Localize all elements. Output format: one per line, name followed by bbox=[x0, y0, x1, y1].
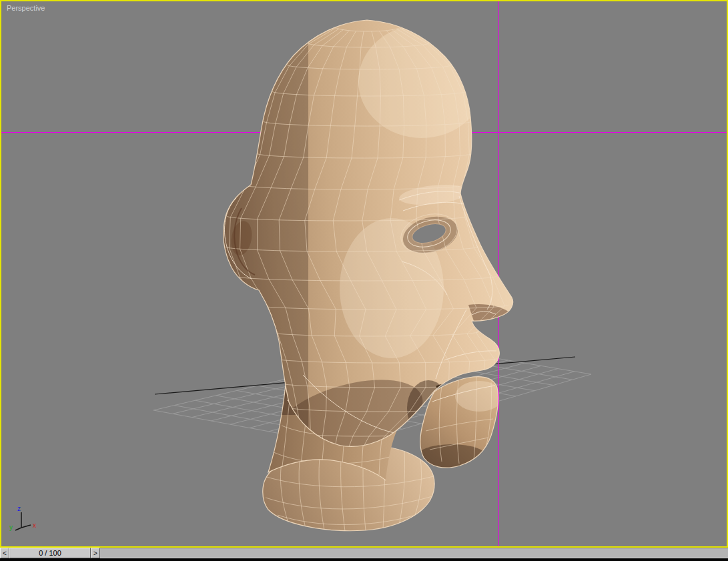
world-axis-tripod: z x y bbox=[9, 505, 36, 531]
axis-z-label: z bbox=[17, 505, 21, 512]
previous-frame-button[interactable]: < bbox=[0, 548, 9, 558]
app-window: Perspective bbox=[0, 0, 728, 561]
viewport-perspective[interactable]: Perspective bbox=[0, 0, 728, 548]
head-model[interactable] bbox=[222, 15, 513, 534]
next-frame-button[interactable]: > bbox=[91, 548, 100, 558]
bottom-strip bbox=[0, 558, 728, 561]
time-slider-track[interactable] bbox=[100, 548, 728, 558]
viewport-label[interactable]: Perspective bbox=[7, 4, 45, 12]
axis-x-label: x bbox=[33, 522, 36, 529]
time-slider-bar: < 0 / 100 > bbox=[0, 548, 728, 558]
time-slider-handle[interactable]: 0 / 100 bbox=[9, 548, 91, 558]
scene-3d: z x y bbox=[1, 1, 727, 546]
axis-y-label: y bbox=[9, 524, 13, 531]
